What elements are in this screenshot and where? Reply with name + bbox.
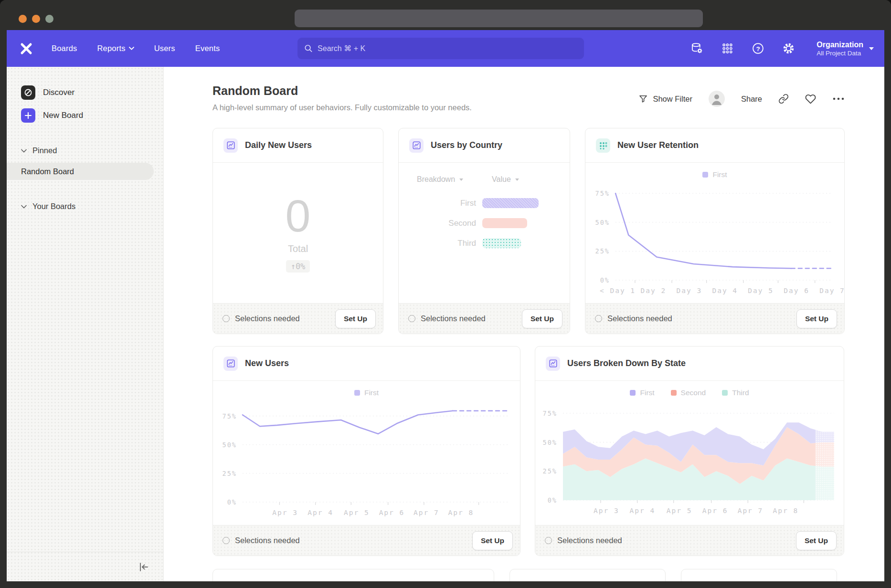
status-circle-icon (408, 315, 415, 322)
legend-label: First (640, 388, 654, 397)
nav-item-users[interactable]: Users (154, 44, 175, 53)
card-daily-new-users: Daily New Users 0 Total ↑0% (212, 128, 383, 334)
ellipsis-icon (832, 97, 845, 101)
copy-link-button[interactable] (778, 94, 789, 104)
main-content: Random Board A high-level summary of use… (164, 67, 884, 581)
show-filter-button[interactable]: Show Filter (638, 94, 692, 104)
svg-text:25%: 25% (223, 470, 237, 477)
value-select[interactable]: Value (492, 175, 519, 184)
card-users-by-state: Users Broken Down By State First (535, 346, 844, 556)
svg-text:Day 7: Day 7 (819, 287, 845, 294)
org-switcher[interactable]: Organization All Project Data (817, 40, 874, 57)
data-management-icon[interactable] (690, 42, 703, 55)
sidebar-item-discover[interactable]: Discover (7, 81, 163, 104)
new-users-chart-body: First 75%50%25%0%Apr 3Apr 4Apr 5Apr 6Apr… (213, 381, 520, 525)
state-chart-body: First Second Third (535, 381, 844, 525)
avatar[interactable] (709, 91, 725, 107)
sidebar-item-label: New Board (43, 111, 83, 120)
apps-grid-icon[interactable] (721, 42, 734, 55)
plus-icon (21, 108, 35, 123)
zoom-window-button[interactable] (45, 15, 53, 23)
nav-item-events[interactable]: Events (195, 44, 220, 53)
svg-text:< Day 1: < Day 1 (600, 287, 636, 294)
chart-legend: First (585, 163, 844, 180)
section-label: Your Boards (32, 202, 75, 211)
sidebar-footer (7, 552, 163, 581)
nav-item-label: Events (195, 44, 220, 53)
line-chart-icon (546, 357, 560, 371)
mixpanel-logo-icon[interactable] (19, 42, 33, 56)
sidebar-item-random-board[interactable]: Random Board (7, 163, 154, 180)
set-up-button[interactable]: Set Up (796, 531, 837, 550)
svg-text:Apr 6: Apr 6 (702, 507, 728, 514)
svg-text:Apr 7: Apr 7 (738, 507, 764, 514)
card-title: Users by Country (431, 140, 502, 150)
svg-text:Apr 5: Apr 5 (344, 509, 370, 516)
card-new-users: New Users First 75%50%25%0%Apr 3Apr 4Apr (212, 346, 520, 556)
card-header: Stacked Line Graph (213, 569, 494, 581)
svg-text:Apr 3: Apr 3 (272, 509, 298, 516)
close-window-button[interactable] (19, 15, 27, 23)
collapse-sidebar-icon[interactable] (138, 561, 150, 573)
top-navbar: Boards Reports Users Events (7, 30, 884, 67)
card-new-user-retention: New User Retention First 75%50%25%0%< Da… (585, 128, 845, 334)
select-label: Value (492, 175, 511, 184)
org-name: Organization (817, 40, 863, 50)
sidebar-item-new-board[interactable]: New Board (7, 104, 163, 127)
new-users-line-chart: 75%50%25%0%Apr 3Apr 4Apr 5Apr 6Apr 7Apr … (213, 398, 520, 521)
chart-legend: First Second Third (535, 381, 844, 398)
favorite-button[interactable] (805, 94, 816, 105)
svg-text:Day 3: Day 3 (677, 287, 702, 294)
svg-text:0%: 0% (600, 276, 610, 284)
chevron-down-icon (515, 178, 519, 181)
svg-text:Apr 7: Apr 7 (414, 509, 439, 516)
svg-text:25%: 25% (543, 467, 557, 475)
card-title: New User Retention (617, 140, 699, 150)
svg-text:Apr 4: Apr 4 (308, 509, 333, 516)
logo-x-glyph (20, 42, 32, 55)
set-up-button[interactable]: Set Up (335, 309, 376, 328)
card-header: Users by Country (399, 128, 570, 163)
settings-gear-icon[interactable] (782, 42, 795, 55)
sidebar-section-pinned[interactable]: Pinned (7, 146, 163, 155)
svg-text:50%: 50% (595, 219, 610, 226)
chevron-down-icon (129, 47, 134, 50)
set-up-button[interactable]: Set Up (522, 309, 562, 328)
select-label: Breakdown (417, 175, 455, 184)
card-insights-report: Insights Report (509, 569, 666, 581)
card-footer: Selections needed Set Up (585, 303, 844, 334)
retention-chart-body: First 75%50%25%0%< Day 1Day 2Day 3Day 4D… (585, 163, 844, 303)
svg-text:25%: 25% (595, 247, 610, 255)
global-search[interactable] (297, 38, 584, 59)
country-bar (482, 198, 539, 208)
browser-address-bar[interactable] (295, 10, 703, 27)
card-header: Active Users (681, 569, 837, 581)
sidebar-section-your-boards[interactable]: Your Boards (7, 202, 163, 211)
help-icon[interactable]: ? (752, 42, 764, 55)
breakdown-select[interactable]: Breakdown (417, 175, 463, 184)
line-chart-icon (223, 138, 238, 153)
status-text: Selections needed (235, 536, 300, 545)
svg-text:Apr 3: Apr 3 (594, 507, 619, 514)
legend-label: First (364, 388, 379, 397)
country-chart-body: Breakdown Value FirstSecondThird (399, 163, 570, 303)
nav-item-reports[interactable]: Reports (97, 44, 134, 53)
nav-item-boards[interactable]: Boards (52, 44, 77, 53)
country-row: First (399, 198, 570, 208)
card-footer: Selections needed Set Up (213, 303, 383, 334)
set-up-button[interactable]: Set Up (796, 309, 837, 328)
chevron-down-icon (21, 149, 27, 153)
nav-item-label: Users (154, 44, 175, 53)
card-header: Insights Report (510, 569, 665, 581)
share-button[interactable]: Share (741, 94, 762, 104)
navbar-right-controls: ? Organization All Project Data (690, 40, 874, 57)
minimize-window-button[interactable] (32, 15, 40, 23)
more-options-button[interactable] (832, 97, 845, 101)
legend-swatch (671, 390, 677, 396)
set-up-button[interactable]: Set Up (472, 531, 513, 550)
browser-window: Boards Reports Users Events (0, 0, 891, 588)
search-input[interactable] (318, 44, 577, 53)
legend-item-first: First (702, 169, 727, 180)
retention-dots-icon (596, 138, 610, 153)
country-row: Second (399, 218, 570, 228)
